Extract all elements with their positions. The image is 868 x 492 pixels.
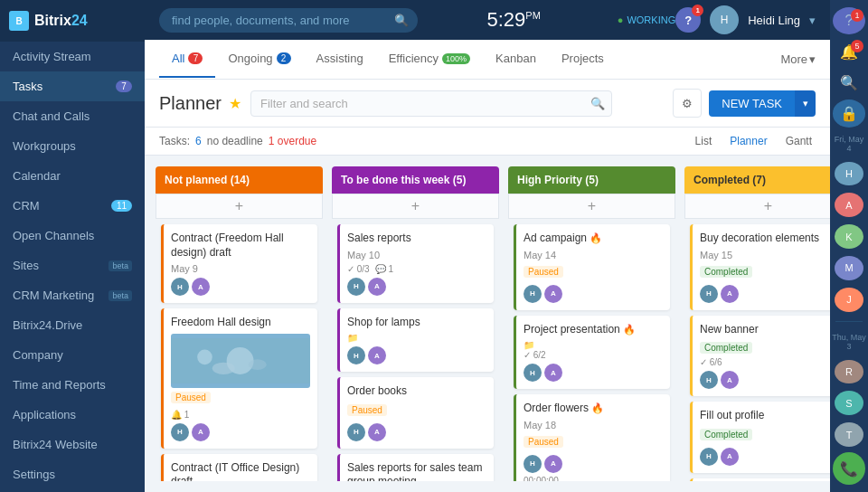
task-card[interactable]: Check the sketch 🔥 ✓ 4/4 H A — [690, 478, 830, 481]
sidebar-item-company[interactable]: Company — [0, 340, 145, 370]
sidebar-logo[interactable]: B Bitrix24 — [0, 0, 145, 42]
planner-search: 🔍 — [250, 90, 612, 117]
column-header-high-priority: High Priority (5) — [508, 166, 675, 194]
sidebar-item-reports[interactable]: Time and Reports — [0, 370, 145, 400]
panel-avatar[interactable]: K — [835, 224, 863, 249]
planner-search-input[interactable] — [250, 90, 612, 117]
tab-ongoing[interactable]: Ongoing 2 — [215, 41, 303, 78]
star-icon[interactable]: ★ — [229, 95, 241, 112]
header-time: 5:29PM — [418, 8, 610, 32]
lock-icon[interactable]: 🔒 — [833, 99, 865, 127]
panel-date-2: Thu, May 3 — [830, 329, 868, 355]
task-card[interactable]: Project presentation 🔥 📁 ✓ 6/2 H A — [514, 316, 670, 390]
task-card[interactable]: Ad campaign 🔥 May 14 Paused H A — [514, 224, 670, 310]
search-input[interactable] — [159, 8, 418, 33]
task-card[interactable]: Contract (IT Office Design) draft May 17… — [161, 454, 317, 481]
view-planner[interactable]: Planner — [726, 133, 770, 149]
avatar: H — [347, 423, 365, 441]
search-panel-icon[interactable]: 🔍 — [833, 69, 865, 96]
svg-point-2 — [212, 362, 235, 374]
add-card-this-week[interactable]: + — [332, 194, 499, 219]
sidebar-item-drive[interactable]: Bitrix24.Drive — [0, 310, 145, 340]
tab-efficiency-badge: 100% — [442, 53, 470, 64]
tabs-more[interactable]: More ▾ — [780, 52, 816, 66]
header-avatar: H — [710, 5, 739, 34]
avatar: H — [171, 278, 189, 296]
sidebar-item-activity[interactable]: Activity Stream — [0, 42, 145, 71]
tab-kanban[interactable]: Kanban — [483, 41, 549, 78]
tab-efficiency[interactable]: Efficiency 100% — [376, 41, 483, 78]
avatar: A — [721, 285, 739, 303]
avatar: H — [700, 371, 718, 389]
task-card-image — [171, 334, 310, 388]
avatar: H — [524, 364, 542, 382]
panel-avatar[interactable]: H — [835, 162, 863, 186]
task-card[interactable]: Contract (Freedom Hall design) draft May… — [161, 224, 317, 303]
view-gantt[interactable]: Gantt — [782, 133, 816, 149]
view-list[interactable]: List — [692, 133, 716, 149]
view-switcher: List Planner Gantt — [692, 133, 816, 149]
sidebar-item-chat[interactable]: Chat and Calls — [0, 101, 145, 131]
sidebar-item-calendar[interactable]: Calendar — [0, 161, 145, 191]
planner-settings-button[interactable]: ⚙ — [673, 89, 702, 118]
sidebar-item-applications[interactable]: Applications — [0, 400, 145, 430]
planner-header: Planner ★ 🔍 ⚙ NEW TASK ▾ — [145, 80, 830, 128]
task-stats-bar: Tasks: 6 no deadline 1 overdue List Plan… — [145, 128, 830, 156]
task-count: 6 — [195, 135, 202, 147]
sidebar-item-settings[interactable]: Settings — [0, 459, 145, 489]
task-card[interactable]: Shop for lamps 📁 H A — [337, 308, 494, 373]
planner-search-icon: 🔍 — [590, 97, 605, 110]
panel-avatar[interactable]: S — [835, 391, 863, 415]
header: 🔍 5:29PM WORKING ? 1 H Heidi Ling ▾ — [145, 0, 830, 40]
overdue-badge: 1 overdue — [269, 135, 316, 147]
new-task-button[interactable]: NEW TASK — [709, 90, 795, 117]
avatar: A — [721, 371, 739, 389]
sidebar: B Bitrix24 Activity Stream Tasks 7 Chat … — [0, 0, 145, 492]
panel-avatar[interactable]: R — [835, 360, 863, 384]
avatar: A — [368, 346, 386, 364]
column-cards-not-planned: Contract (Freedom Hall design) draft May… — [156, 219, 323, 481]
panel-avatar[interactable]: A — [835, 193, 863, 217]
avatar: H — [700, 285, 718, 303]
sidebar-item-crm-marketing[interactable]: CRM Marketing beta — [0, 280, 145, 310]
new-task-dropdown[interactable]: ▾ — [795, 90, 816, 117]
task-card[interactable]: Sales reports May 10 ✓ 0/3 💬 1 H A — [337, 224, 494, 303]
panel-avatar[interactable]: M — [835, 256, 863, 280]
right-panel-divider — [835, 321, 863, 322]
column-this-week: To be done this week (5) + Sales reports… — [332, 166, 499, 481]
add-card-not-planned[interactable]: + — [156, 194, 323, 219]
sidebar-item-open-channels[interactable]: Open Channels — [0, 221, 145, 251]
panel-avatar[interactable]: J — [835, 288, 863, 312]
add-card-high-priority[interactable]: + — [508, 194, 675, 219]
task-stats-info: Tasks: 6 no deadline 1 overdue — [159, 135, 316, 147]
panel-avatar[interactable]: T — [835, 422, 863, 447]
tab-assisting[interactable]: Assisting — [304, 41, 376, 78]
task-card[interactable]: Buy decoration elements May 15 Completed… — [690, 224, 830, 310]
help-badge: 1 — [692, 5, 703, 16]
sidebar-item-website[interactable]: Bitrix24 Website — [0, 430, 145, 459]
sidebar-item-workgroups[interactable]: Workgroups — [0, 131, 145, 161]
avatar: A — [544, 455, 562, 473]
task-card[interactable]: Order flowers 🔥 May 18 Paused H A 00:00:… — [514, 394, 670, 481]
sidebar-item-sites[interactable]: Sites beta — [0, 251, 145, 280]
avatar: H — [524, 285, 542, 303]
task-card[interactable]: Sales reports for sales team group meeti… — [337, 454, 494, 481]
sidebar-item-crm[interactable]: CRM 11 — [0, 191, 145, 221]
task-card[interactable]: Fill out profile Completed H A — [690, 402, 830, 473]
help-panel-icon[interactable]: ? 1 — [833, 7, 865, 34]
tab-all[interactable]: All 7 — [159, 41, 215, 78]
sidebar-item-tasks[interactable]: Tasks 7 — [0, 71, 145, 101]
add-card-completed[interactable]: + — [684, 194, 830, 219]
tab-projects[interactable]: Projects — [549, 41, 617, 78]
tabs-bar: All 7 Ongoing 2 Assisting Efficiency 100… — [145, 40, 830, 80]
task-card[interactable]: New banner Completed ✓ 6/6 H A — [690, 316, 830, 397]
logo-icon: B — [9, 11, 29, 31]
notifications-icon[interactable]: 🔔 5 — [833, 38, 865, 65]
user-menu-chevron[interactable]: ▾ — [809, 14, 816, 27]
new-task-button-group: NEW TASK ▾ — [709, 90, 816, 117]
task-card[interactable]: Freedom Hall design Paused — [161, 308, 317, 449]
task-card[interactable]: Order books Paused H A — [337, 377, 494, 449]
phone-icon[interactable]: 📞 — [833, 452, 865, 485]
help-button[interactable]: ? 1 — [675, 7, 701, 33]
avatar: A — [721, 448, 739, 466]
